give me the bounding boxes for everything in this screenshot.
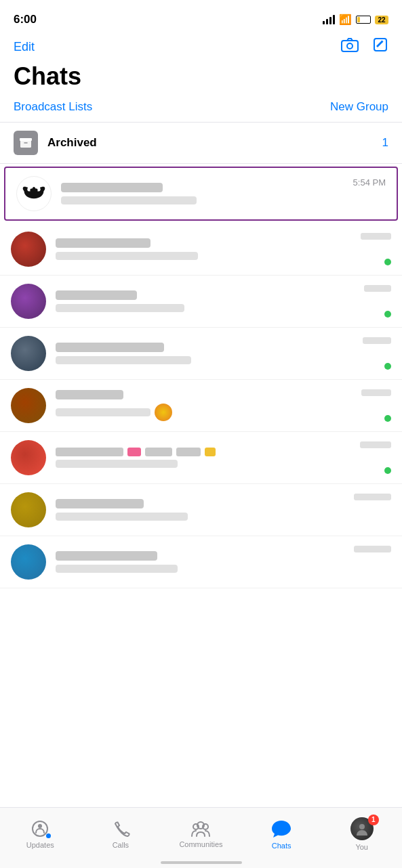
nav-icon-wrap-communities [190,820,211,838]
archived-label: Archived [47,136,382,150]
chat-info [56,238,391,260]
communities-icon [190,820,211,838]
avatar [11,336,46,371]
chat-time-small [364,285,391,292]
camera-icon[interactable] [341,37,359,56]
chat-row[interactable] [0,223,402,276]
avatar [11,544,46,580]
updates-dot [46,833,51,838]
archived-count: 1 [382,136,388,150]
nav-item-communities[interactable]: Communities [161,820,241,848]
broadcast-lists-button[interactable]: Broadcast Lists [14,100,92,114]
nav-icon-wrap-calls [111,819,130,838]
wifi-icon: 📶 [339,14,352,26]
signal-icon [323,15,335,24]
archived-icon [14,131,38,155]
svg-rect-4 [20,138,32,141]
chat-row[interactable] [0,328,402,380]
batman-avatar [16,176,52,211]
chat-time-small [363,337,391,344]
chat-info [61,183,386,204]
page-title: Chats [0,62,402,97]
unread-badge [384,259,391,265]
calls-icon [111,819,130,838]
header-icons [341,37,388,57]
nav-label-you: You [355,843,368,851]
chat-time: 5:54 PM [353,177,386,188]
svg-point-1 [347,43,353,49]
home-indicator [161,861,242,864]
nav-icon-wrap-updates [31,819,49,838]
chat-msg-blurred [61,196,197,204]
archived-row[interactable]: Archived 1 [0,123,402,164]
svg-point-10 [359,824,365,829]
chat-row[interactable] [0,380,402,432]
avatar [11,440,46,475]
nav-item-updates[interactable]: Updates [0,819,81,849]
edit-button[interactable]: Edit [14,40,35,54]
nav-label-communities: Communities [179,840,222,848]
avatar [11,232,46,267]
chat-list: Archived 1 5:54 PM [0,123,402,656]
status-icons: 📶 22 [323,14,388,26]
highlighted-chat-row[interactable]: 5:54 PM [4,167,398,221]
battery-level: 22 [375,16,388,24]
chat-time-small [361,389,391,396]
svg-point-6 [38,824,42,828]
unread-badge [384,311,391,318]
unread-badge [384,415,391,422]
chat-time-small [354,494,391,500]
chat-info [56,499,391,521]
unread-badge [384,467,391,474]
nav-icon-wrap-chats [270,819,292,839]
avatar [11,388,46,423]
chat-info [56,343,391,364]
nav-label-calls: Calls [113,841,129,849]
unread-badge [384,363,391,370]
you-badge: 1 [368,815,379,825]
nav-item-you[interactable]: 1 You [321,817,402,851]
chats-icon [270,819,292,839]
avatar [11,284,46,319]
nav-icon-wrap-you: 1 [350,817,374,840]
chat-info [56,390,391,421]
chat-row[interactable] [0,536,402,588]
nav-item-calls[interactable]: Calls [81,819,161,849]
status-bar: 6:00 📶 22 [0,0,402,34]
chat-row[interactable] [0,432,402,484]
battery-icon [356,16,371,24]
chat-time-small [354,546,391,552]
status-time: 6:00 [14,13,37,26]
svg-rect-0 [342,41,358,51]
bottom-nav: Updates Calls Communities [0,807,402,868]
chat-name-blurred [61,183,163,192]
nav-label-chats: Chats [272,842,292,850]
new-group-button[interactable]: New Group [330,100,388,114]
chat-row[interactable] [0,276,402,328]
chat-time-small [360,441,391,448]
chat-info [56,448,391,468]
avatar [11,492,46,527]
chat-info [56,290,391,312]
chat-row[interactable] [0,484,402,536]
nav-label-updates: Updates [26,841,54,849]
header: Edit [0,34,402,62]
nav-item-chats[interactable]: Chats [241,819,322,850]
quick-actions: Broadcast Lists New Group [0,97,402,122]
compose-icon[interactable] [372,37,388,57]
chat-time-small [361,233,391,240]
chat-info [56,551,391,573]
